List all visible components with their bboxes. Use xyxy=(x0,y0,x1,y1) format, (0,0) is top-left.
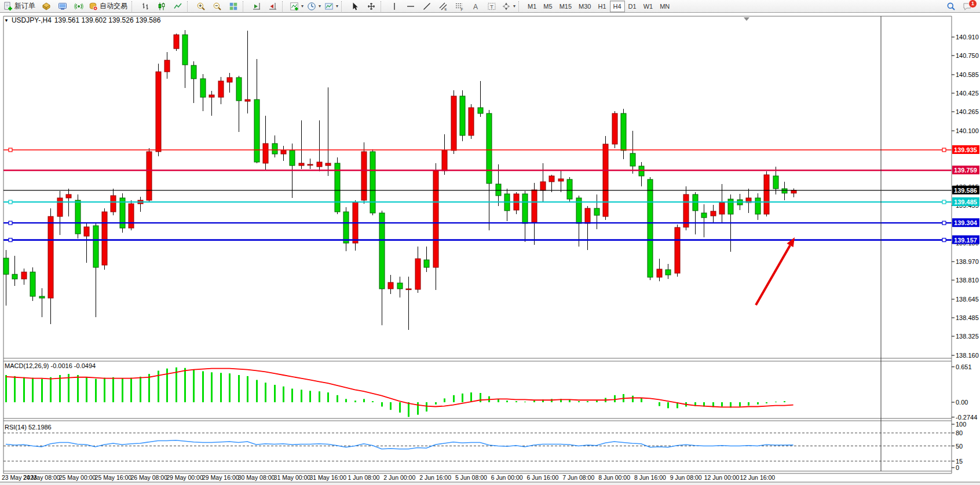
chevron-down-icon[interactable]: ▾ xyxy=(513,3,515,9)
toolbar: 新订单自动交易▾▾▾EFAT▾M1M5M15M30H1H4D1W1MN1 xyxy=(0,0,980,13)
vertical-line-icon xyxy=(390,2,399,11)
svg-text:25 May 00:00: 25 May 00:00 xyxy=(59,474,96,481)
chevron-down-icon[interactable]: ▾ xyxy=(336,3,338,9)
chart-shift-button[interactable] xyxy=(265,0,281,13)
chevron-down-icon[interactable]: ▾ xyxy=(301,3,303,9)
templates-button[interactable]: ▾ xyxy=(323,0,340,13)
svg-text:12 Jun 00:00: 12 Jun 00:00 xyxy=(704,474,740,481)
zoom-in-button[interactable] xyxy=(193,0,209,13)
periods-icon xyxy=(307,2,316,11)
svg-text:E: E xyxy=(445,7,447,10)
tf-button-M15[interactable]: M15 xyxy=(556,1,575,12)
text-icon: A xyxy=(471,2,480,11)
line-handle[interactable] xyxy=(9,221,12,225)
crosshair-icon xyxy=(367,2,376,11)
svg-text:6 Jun 00:00: 6 Jun 00:00 xyxy=(491,474,523,481)
svg-text:A: A xyxy=(473,2,478,10)
tf-button-M30[interactable]: M30 xyxy=(575,1,594,12)
svg-text:50: 50 xyxy=(956,443,963,450)
svg-text:139.485: 139.485 xyxy=(954,199,977,205)
vertical-line-button[interactable] xyxy=(386,0,403,13)
svg-text:140.265: 140.265 xyxy=(956,108,979,115)
arrows-button[interactable]: ▾ xyxy=(500,0,517,13)
autotrading-button[interactable]: 自动交易 xyxy=(87,0,130,13)
chevron-down-icon[interactable]: ▾ xyxy=(319,3,321,9)
channel-button[interactable]: E xyxy=(435,0,451,13)
toolbar-separator xyxy=(518,1,523,12)
new-order-button[interactable]: 新订单 xyxy=(2,0,38,13)
tf-button-M5[interactable]: M5 xyxy=(540,1,555,12)
bar-chart-button[interactable] xyxy=(137,0,153,13)
horizontal-line-icon xyxy=(406,2,415,11)
svg-text:15: 15 xyxy=(956,458,963,465)
svg-text:138.325: 138.325 xyxy=(956,333,979,340)
toolbar-separator xyxy=(282,1,287,12)
signals-icon xyxy=(74,2,83,11)
periods-button[interactable]: ▾ xyxy=(305,0,323,13)
macd-label: MACD(12,26,9) -0.0016 -0.0494 xyxy=(5,362,96,369)
chart-title: ▼ USDJPY-,H4 139.561 139.602 139.526 139… xyxy=(4,16,160,24)
signals-button[interactable] xyxy=(71,0,87,13)
horizontal-line-button[interactable] xyxy=(403,0,419,13)
tf-button-D1[interactable]: D1 xyxy=(625,1,640,12)
zoom-in-icon xyxy=(196,2,206,11)
line-handle[interactable] xyxy=(9,148,12,152)
svg-text:31 May 16:00: 31 May 16:00 xyxy=(309,474,346,481)
svg-text:2 Jun 00:00: 2 Jun 00:00 xyxy=(383,474,415,481)
line-handle[interactable] xyxy=(942,148,946,152)
svg-text:-0.2744: -0.2744 xyxy=(956,414,977,421)
gold-package-button[interactable] xyxy=(38,0,54,13)
time-axis[interactable]: 23 May 202324 May 08:0025 May 00:0025 Ma… xyxy=(2,474,775,481)
chart-symbol-period: USDJPY-,H4 xyxy=(12,16,52,24)
svg-text:100: 100 xyxy=(956,421,966,428)
tf-button-W1[interactable]: W1 xyxy=(640,1,657,12)
chart-ohlc-values: 139.561 139.602 139.526 139.586 xyxy=(54,16,161,24)
fibonacci-button[interactable]: F xyxy=(451,0,467,13)
trendline-button[interactable] xyxy=(419,0,435,13)
gold-package-icon xyxy=(42,2,51,11)
zoom-out-button[interactable] xyxy=(209,0,225,13)
line-chart-icon xyxy=(173,2,182,11)
svg-text:139.935: 139.935 xyxy=(954,146,977,153)
svg-text:7 Jun 08:00: 7 Jun 08:00 xyxy=(562,474,594,481)
line-handle[interactable] xyxy=(9,200,12,204)
tf-button-H1[interactable]: H1 xyxy=(594,1,609,12)
bar-chart-icon xyxy=(141,2,150,11)
terminal-button[interactable] xyxy=(54,0,71,13)
line-handle[interactable] xyxy=(942,238,946,242)
chart-background xyxy=(0,13,980,482)
svg-text:138.485: 138.485 xyxy=(956,314,979,321)
crosshair-button[interactable] xyxy=(363,0,379,13)
svg-text:140.425: 140.425 xyxy=(956,90,979,97)
notifications-button[interactable]: 1 xyxy=(959,0,975,13)
auto-scroll-button[interactable] xyxy=(248,0,265,13)
svg-text:140.100: 140.100 xyxy=(956,127,979,134)
toolbar-separator xyxy=(131,1,136,12)
tf-button-MN[interactable]: MN xyxy=(656,1,673,12)
mt4-window: 新订单自动交易▾▾▾EFAT▾M1M5M15M30H1H4D1W1MN1 140… xyxy=(0,0,980,485)
macd-name: MACD(12,26,9) xyxy=(5,362,49,369)
line-handle[interactable] xyxy=(942,200,946,204)
text-label-button[interactable]: T xyxy=(484,0,500,13)
svg-text:29 May 00:00: 29 May 00:00 xyxy=(166,474,203,481)
svg-text:139.586: 139.586 xyxy=(954,187,977,194)
line-chart-button[interactable] xyxy=(170,0,186,13)
line-handle[interactable] xyxy=(942,221,946,225)
cursor-button[interactable] xyxy=(347,0,363,13)
tile-windows-button[interactable] xyxy=(225,0,242,13)
price-chart: 140.910140.750140.585140.425140.265140.1… xyxy=(0,13,980,482)
text-button[interactable]: A xyxy=(467,0,484,13)
indicators-button[interactable]: ▾ xyxy=(288,0,305,13)
svg-text:T: T xyxy=(490,3,493,9)
tf-button-H4[interactable]: H4 xyxy=(610,1,625,12)
candlestick-button[interactable] xyxy=(153,0,170,13)
chart-menu-icon[interactable]: ▼ xyxy=(4,18,9,23)
tf-button-M1[interactable]: M1 xyxy=(524,1,540,12)
line-handle[interactable] xyxy=(9,238,12,242)
search-button[interactable] xyxy=(943,0,959,13)
rsi-label: RSI(14) 52.1986 xyxy=(5,424,52,431)
trendline-icon xyxy=(422,2,432,11)
svg-text:1 Jun 08:00: 1 Jun 08:00 xyxy=(348,474,380,481)
indicators-icon xyxy=(290,2,299,11)
cursor-icon xyxy=(350,2,360,11)
